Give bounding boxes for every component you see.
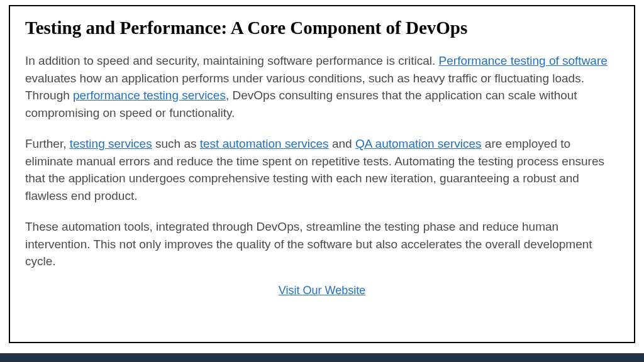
content-box: Testing and Performance: A Core Componen… xyxy=(9,5,635,343)
link-testing-services[interactable]: testing services xyxy=(70,137,152,150)
link-performance-testing-software[interactable]: Performance testing of software xyxy=(439,54,608,67)
page-heading: Testing and Performance: A Core Componen… xyxy=(25,18,619,38)
cta-container: Visit Our Website xyxy=(25,284,619,297)
text-span: In addition to speed and security, maint… xyxy=(25,54,439,67)
paragraph-1: In addition to speed and security, maint… xyxy=(25,52,619,121)
text-span: and xyxy=(329,137,355,150)
link-performance-testing-services[interactable]: performance testing services xyxy=(73,89,226,102)
link-test-automation-services[interactable]: test automation services xyxy=(200,137,329,150)
footer-bar xyxy=(0,353,644,362)
paragraph-3: These automation tools, integrated throu… xyxy=(25,218,619,270)
text-span: These automation tools, integrated throu… xyxy=(25,220,592,268)
link-qa-automation-services[interactable]: QA automation services xyxy=(355,137,482,150)
paragraph-2: Further, testing services such as test a… xyxy=(25,135,619,204)
link-visit-website[interactable]: Visit Our Website xyxy=(279,284,365,297)
text-span: such as xyxy=(152,137,200,150)
text-span: Further, xyxy=(25,137,70,150)
